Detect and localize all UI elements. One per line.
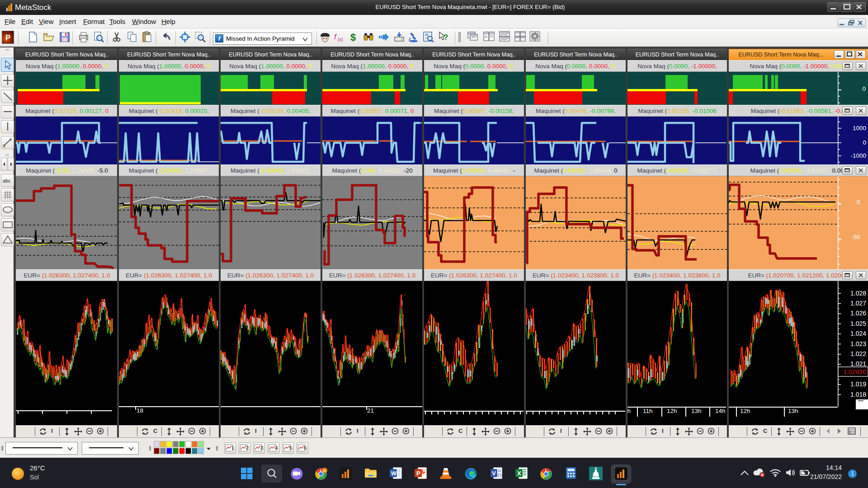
svg-text:f: f: [334, 33, 337, 41]
svg-text:(x): (x): [338, 37, 343, 42]
svg-text:N: N: [323, 469, 326, 473]
svg-text:1.018: 1.018: [850, 391, 866, 398]
svg-text:-1000: -1000: [850, 152, 866, 159]
svg-text:1.02020: 1.02020: [843, 368, 866, 375]
svg-text:$: $: [350, 32, 356, 43]
svg-text:-50: -50: [851, 234, 860, 240]
svg-text:L: L: [10, 137, 12, 141]
svg-text:X: X: [517, 470, 521, 477]
svg-text:1000: 1000: [853, 125, 866, 131]
svg-text:1.028: 1.028: [850, 290, 866, 297]
svg-text:S: S: [3, 144, 5, 148]
svg-text:1.022: 1.022: [850, 350, 866, 357]
svg-text:1.021: 1.021: [850, 360, 866, 367]
svg-text:1.027: 1.027: [850, 300, 866, 307]
svg-text:0: 0: [857, 199, 860, 206]
svg-text:1.025: 1.025: [850, 320, 866, 327]
svg-text:1.026: 1.026: [850, 310, 866, 317]
svg-text:0: 0: [863, 139, 866, 146]
svg-text:P: P: [416, 470, 420, 477]
svg-text:0: 0: [862, 85, 866, 92]
svg-text:W: W: [391, 470, 397, 477]
svg-text:1.023: 1.023: [850, 340, 866, 347]
svg-text:1.019: 1.019: [850, 380, 866, 388]
svg-text:V: V: [492, 470, 496, 477]
svg-text:?: ?: [443, 33, 448, 42]
svg-text:1.024: 1.024: [850, 330, 866, 337]
svg-text:abc: abc: [3, 178, 11, 183]
